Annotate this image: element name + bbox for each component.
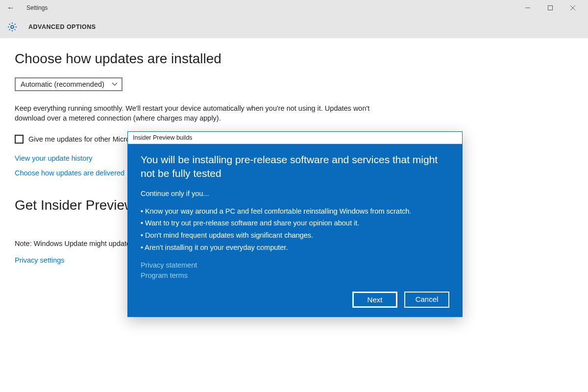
update-description: Keep everything running smoothly. We'll … xyxy=(15,104,387,123)
back-arrow-icon[interactable]: ← xyxy=(7,3,19,12)
checkbox-icon[interactable] xyxy=(15,135,24,144)
page-title: ADVANCED OPTIONS xyxy=(28,24,96,30)
dialog-bullet: Know your way around a PC and feel comfo… xyxy=(141,205,449,218)
maximize-button[interactable] xyxy=(539,0,562,16)
gear-icon xyxy=(7,22,18,32)
dialog-links: Privacy statement Program terms xyxy=(141,260,449,281)
link-privacy-statement[interactable]: Privacy statement xyxy=(141,260,197,270)
page-header: ADVANCED OPTIONS xyxy=(0,16,588,38)
chevron-down-icon xyxy=(112,81,118,88)
next-button[interactable]: Next xyxy=(352,292,397,308)
link-update-history[interactable]: View your update history xyxy=(15,154,93,162)
close-button[interactable] xyxy=(562,0,584,16)
dialog-title: Insider Preview builds xyxy=(128,132,462,144)
section-heading-updates: Choose how updates are installed xyxy=(15,51,588,67)
svg-rect-1 xyxy=(548,6,553,10)
dialog-subheading: Continue only if you... xyxy=(141,190,449,197)
dialog-heading: You will be installing pre-release softw… xyxy=(141,153,449,181)
svg-point-4 xyxy=(11,25,14,28)
dialog-bullet: Aren't installing it on your everyday co… xyxy=(141,242,449,254)
insider-preview-dialog: Insider Preview builds You will be insta… xyxy=(127,131,463,317)
dialog-actions: Next Cancel xyxy=(141,292,449,308)
window-titlebar: ← Settings xyxy=(0,0,588,16)
window-title: Settings xyxy=(26,4,48,11)
link-privacy-settings[interactable]: Privacy settings xyxy=(15,256,65,264)
dropdown-selected-label: Automatic (recommended) xyxy=(21,80,104,88)
cancel-button[interactable]: Cancel xyxy=(404,292,449,308)
link-updates-delivered[interactable]: Choose how updates are delivered xyxy=(15,169,124,177)
dialog-bullet-list: Know your way around a PC and feel comfo… xyxy=(141,205,449,254)
link-program-terms[interactable]: Program terms xyxy=(141,270,188,281)
update-mode-dropdown[interactable]: Automatic (recommended) xyxy=(15,77,122,91)
content-area: Choose how updates are installed Automat… xyxy=(0,38,588,264)
dialog-bullet: Don't mind frequent updates with signifi… xyxy=(141,229,449,242)
minimize-button[interactable] xyxy=(516,0,539,16)
dialog-bullet: Want to try out pre-release software and… xyxy=(141,217,449,229)
